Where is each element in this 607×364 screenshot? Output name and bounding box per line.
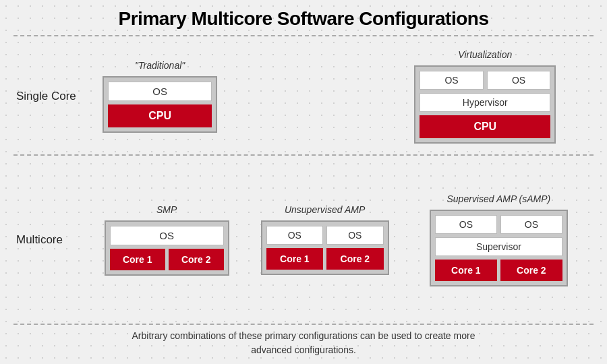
unsupervised-box: OS OS Core 1 Core 2 (261, 220, 389, 275)
samp-supervisor: Supervisor (435, 237, 562, 256)
virt-os1: OS (420, 71, 484, 90)
samp-core-row: Core 1 Core 2 (435, 260, 562, 281)
samp-core1: Core 1 (435, 260, 497, 281)
unamp-os2: OS (326, 226, 384, 245)
samp-os2: OS (500, 215, 562, 234)
virtualization-title: Virtualization (458, 49, 512, 60)
traditional-cpu: CPU (108, 104, 212, 127)
unamp-os1: OS (266, 226, 324, 245)
unamp-core2: Core 2 (326, 248, 384, 270)
footer-line1: Arbitrary combinations of these primary … (132, 330, 475, 341)
unamp-core-row: Core 1 Core 2 (266, 248, 384, 270)
traditional-cell: "Traditional" OS CPU (88, 60, 232, 133)
top-divider (13, 35, 594, 36)
footer-divider (13, 324, 594, 325)
virt-os-row: OS OS (420, 71, 550, 90)
smp-os: OS (110, 226, 224, 245)
footer-text: Arbitrary combinations of these primary … (132, 329, 475, 357)
unsupervised-title: Unsupervised AMP (285, 204, 365, 215)
virt-os2: OS (487, 71, 551, 90)
traditional-title: "Traditional" (135, 60, 185, 71)
page-title: Primary Multicore Software Configuration… (119, 8, 489, 30)
smp-core2: Core 2 (169, 249, 224, 270)
supervised-title: Supervised AMP (sAMP) (446, 193, 550, 204)
samp-core2: Core 2 (500, 260, 562, 281)
virtualization-box: OS OS Hypervisor CPU (414, 65, 556, 144)
smp-core-row: Core 1 Core 2 (110, 249, 224, 270)
supervised-cell: Supervised AMP (sAMP) OS OS Supervisor C… (404, 193, 594, 286)
unamp-core1: Core 1 (266, 248, 324, 270)
smp-title: SMP (156, 204, 177, 215)
mid-divider (13, 154, 594, 156)
unamp-os-row: OS OS (266, 226, 384, 245)
footer-line2: advanced configurations. (251, 344, 356, 355)
traditional-os: OS (108, 82, 212, 101)
virtualization-cell: Virtualization OS OS Hypervisor CPU (377, 49, 594, 144)
samp-os1: OS (435, 215, 497, 234)
unsupervised-cell: Unsupervised AMP OS OS Core 1 Core 2 (245, 204, 403, 275)
single-core-label: Single Core (13, 90, 88, 103)
virt-hypervisor: Hypervisor (420, 93, 550, 112)
samp-os-row: OS OS (435, 215, 562, 234)
page: Primary Multicore Software Configuration… (0, 0, 607, 364)
traditional-box: OS CPU (103, 76, 217, 133)
smp-cell: SMP OS Core 1 Core 2 (88, 204, 245, 276)
supervised-box: OS OS Supervisor Core 1 Core 2 (430, 210, 568, 286)
multicore-label: Multicore (13, 233, 88, 247)
smp-box: OS Core 1 Core 2 (105, 220, 229, 276)
virt-cpu: CPU (420, 115, 550, 138)
smp-core1: Core 1 (110, 249, 165, 270)
